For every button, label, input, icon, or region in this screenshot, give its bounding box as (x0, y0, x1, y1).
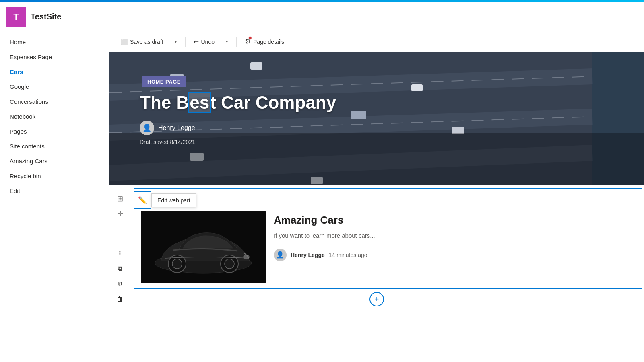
card-description: If you want to learn more about cars... (274, 231, 635, 241)
main-content: ⬜ Save as draft ▾ ↩ Undo ▾ ⚙ Page detail… (109, 31, 644, 362)
webpart-container: + Add ▾ (134, 188, 642, 289)
card-title: Amazing Cars (274, 214, 635, 226)
add-bar: + Add ▾ (134, 189, 642, 206)
hero-title-highlight: es (189, 93, 210, 112)
sidebar-item-cars[interactable]: Cars (0, 64, 109, 79)
undo-label: Undo (201, 39, 215, 45)
chevron-down-icon-2: ▾ (226, 39, 228, 44)
svg-point-21 (225, 259, 234, 269)
road-svg (109, 52, 644, 185)
toolbar: ⬜ Save as draft ▾ ↩ Undo ▾ ⚙ Page detail… (109, 31, 644, 52)
card-footer: 👤 Henry Legge 14 minutes ago (274, 249, 635, 261)
car-illustration (141, 211, 266, 283)
save-draft-button[interactable]: ⬜ Save as draft (116, 36, 168, 47)
hero-author-name: Henry Legge (158, 124, 195, 132)
layout: HomeExpenses PageCarsGoogleConversations… (0, 31, 644, 362)
card-author-name: Henry Legge (291, 252, 325, 258)
sidebar-item-edit[interactable]: Edit (0, 183, 109, 198)
sidebar-item-notebook[interactable]: Notebook (0, 109, 109, 124)
chevron-down-icon: ▾ (175, 39, 177, 44)
avatar: 👤 (140, 121, 154, 135)
hero-section: HOME PAGE The Best Car Company 👤 Henry L… (109, 52, 644, 185)
edit-webpart-label: Edit web part (151, 193, 196, 207)
hero-title: The Best Car Company (140, 93, 336, 113)
svg-rect-8 (250, 62, 262, 70)
card-time: 14 minutes ago (329, 252, 367, 258)
undo-icon: ↩ (194, 38, 199, 45)
edit-tooltip: ✏️ Edit web part (134, 191, 196, 209)
svg-point-19 (172, 259, 182, 269)
copy-icon[interactable]: ⧉ (113, 261, 127, 276)
card-avatar: 👤 (274, 249, 287, 261)
site-logo: T (6, 7, 26, 27)
hero-title-part1: The B (140, 93, 189, 112)
sidebar-item-pages[interactable]: Pages (0, 124, 109, 139)
delete-icon[interactable]: 🗑 (113, 292, 127, 306)
bottom-add: + (111, 289, 642, 310)
svg-rect-9 (351, 111, 366, 119)
hero-background (109, 52, 644, 185)
edit-webpart-button[interactable]: ✏️ (134, 191, 151, 209)
sidebar-item-home[interactable]: Home (0, 35, 109, 49)
card-image (141, 211, 266, 283)
toolbar-separator-2 (236, 37, 237, 47)
toolbar-separator (185, 37, 186, 47)
left-toolbar: ⊞ ✛ ⁞⁞ ⧉ ⧉ 🗑 (111, 188, 129, 306)
save-icon: ⬜ (121, 39, 128, 45)
sidebar-item-conversations[interactable]: Conversations (0, 94, 109, 109)
move-icon[interactable]: ✛ (113, 207, 127, 221)
duplicate-icon[interactable]: ⧉ (113, 277, 127, 291)
undo-button[interactable]: ↩ Undo (189, 35, 219, 48)
layout-icon[interactable]: ⊞ (113, 191, 127, 206)
drag-icon[interactable]: ⁞⁞ (113, 246, 127, 261)
hero-draft-status: Draft saved 8/14/2021 (140, 139, 195, 145)
card-content: Amazing Cars If you want to learn more a… (134, 206, 642, 288)
content-area: HOME PAGE The Best Car Company 👤 Henry L… (109, 52, 644, 362)
sidebar-item-expenses-page[interactable]: Expenses Page (0, 49, 109, 64)
sidebar-item-amazing-cars[interactable]: Amazing Cars (0, 154, 109, 169)
hero-badge: HOME PAGE (142, 76, 186, 87)
undo-chevron-button[interactable]: ▾ (221, 37, 233, 47)
sidebar: HomeExpenses PageCarsGoogleConversations… (0, 31, 109, 362)
page-details-button[interactable]: ⚙ Page details (240, 35, 289, 48)
hero-title-part2: t Car Company (210, 93, 336, 112)
sidebar-item-google[interactable]: Google (0, 79, 109, 94)
svg-rect-12 (411, 84, 423, 91)
card-info: Amazing Cars If you want to learn more a… (274, 211, 635, 283)
save-draft-label: Save as draft (130, 39, 163, 45)
sidebar-item-site-contents[interactable]: Site contents (0, 139, 109, 154)
gear-icon: ⚙ (245, 37, 251, 46)
sidebar-item-recycle-bin[interactable]: Recycle bin (0, 169, 109, 183)
save-draft-chevron-button[interactable]: ▾ (170, 37, 182, 47)
page-details-label: Page details (253, 39, 284, 45)
site-title: TestSite (31, 12, 61, 21)
header: T TestSite (0, 2, 644, 31)
hero-author: 👤 Henry Legge (140, 121, 195, 135)
add-section-button[interactable]: + (369, 292, 384, 306)
webpart-area: ⊞ ✛ ⁞⁞ ⧉ ⧉ 🗑 ✏️ Edit web part (111, 188, 642, 326)
